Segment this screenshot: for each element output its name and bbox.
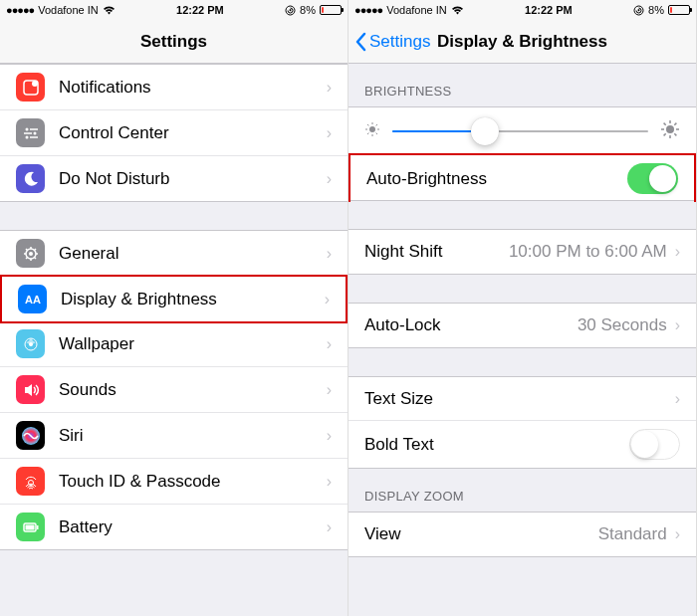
settings-list[interactable]: Notifications›Control Center›Do Not Dist… [0, 64, 348, 616]
auto-lock-row[interactable]: Auto-Lock 30 Seconds › [348, 304, 696, 347]
nav-bar: Settings [0, 20, 348, 64]
settings-row-dnd[interactable]: Do Not Disturb› [0, 156, 348, 201]
battery-pct-label: 8% [300, 4, 316, 16]
rotation-lock-icon [633, 5, 644, 16]
chevron-right-icon: › [327, 335, 332, 353]
settings-row-sounds[interactable]: Sounds› [0, 367, 348, 413]
bold-text-row[interactable]: Bold Text [348, 421, 696, 468]
chevron-right-icon: › [327, 170, 332, 188]
settings-row-display[interactable]: AADisplay & Brightness› [0, 275, 348, 323]
back-button[interactable]: Settings [348, 32, 430, 52]
row-label: Wallpaper [59, 334, 327, 354]
brightness-slider[interactable] [392, 130, 648, 132]
view-label: View [364, 524, 598, 544]
display-brightness-screen: ●●●●● Vodafone IN 12:22 PM 8% Settings D… [348, 0, 697, 616]
row-label: Control Center [59, 123, 327, 143]
battery-icon [668, 5, 690, 15]
brightness-slider-row [348, 107, 696, 155]
night-shift-row[interactable]: Night Shift 10:00 PM to 6:00 AM › [348, 230, 696, 274]
nav-title: Settings [0, 32, 348, 52]
settings-row-siri[interactable]: Siri› [0, 413, 348, 459]
wallpaper-icon [16, 329, 45, 358]
control-center-icon [16, 118, 45, 147]
svg-point-11 [29, 252, 33, 256]
row-label: Do Not Disturb [59, 169, 327, 189]
svg-line-45 [674, 133, 676, 135]
row-label: Siri [59, 426, 327, 446]
auto-brightness-toggle[interactable] [627, 163, 678, 194]
chevron-right-icon: › [327, 245, 332, 263]
svg-point-6 [33, 131, 36, 134]
svg-line-35 [367, 124, 368, 125]
svg-line-38 [376, 124, 377, 125]
status-bar: ●●●●● Vodafone IN 12:22 PM 8% [0, 0, 348, 20]
signal-dots-icon: ●●●●● [354, 4, 382, 16]
status-bar: ●●●●● Vodafone IN 12:22 PM 8% [348, 0, 696, 20]
svg-point-30 [369, 126, 375, 132]
svg-rect-26 [25, 524, 34, 529]
chevron-right-icon: › [327, 79, 332, 97]
svg-line-18 [26, 257, 28, 259]
row-label: Display & Brightness [61, 290, 325, 309]
bold-text-label: Bold Text [364, 435, 629, 455]
night-shift-label: Night Shift [364, 242, 509, 262]
display-settings-list[interactable]: BRIGHTNESS Auto-Brightness Night Shift 1… [348, 64, 696, 616]
settings-row-control-center[interactable]: Control Center› [0, 110, 348, 156]
settings-row-touchid[interactable]: Touch ID & Passcode› [0, 459, 348, 505]
svg-line-44 [664, 123, 666, 125]
chevron-right-icon: › [675, 390, 680, 408]
row-label: Notifications [59, 78, 327, 98]
chevron-right-icon: › [675, 243, 680, 261]
row-label: General [59, 244, 327, 264]
svg-point-39 [666, 125, 674, 133]
chevron-right-icon: › [327, 518, 332, 536]
svg-line-46 [664, 133, 666, 135]
settings-screen: ●●●●● Vodafone IN 12:22 PM 8% Settings N… [0, 0, 348, 616]
svg-line-16 [26, 249, 28, 251]
auto-brightness-label: Auto-Brightness [366, 169, 627, 189]
chevron-left-icon [354, 32, 366, 52]
svg-line-36 [376, 133, 377, 134]
text-size-label: Text Size [364, 389, 675, 409]
svg-rect-29 [638, 9, 640, 11]
sun-low-icon [364, 121, 380, 141]
auto-lock-label: Auto-Lock [364, 315, 578, 335]
battery-icon [320, 5, 342, 15]
settings-row-battery[interactable]: Battery› [0, 505, 348, 549]
touchid-icon [16, 467, 45, 496]
settings-row-notifications[interactable]: Notifications› [0, 65, 348, 110]
svg-rect-1 [290, 9, 292, 11]
svg-line-47 [674, 123, 676, 125]
night-shift-detail: 10:00 PM to 6:00 AM [509, 242, 667, 262]
sounds-icon [16, 375, 45, 404]
battery-pct-label: 8% [648, 4, 664, 16]
text-size-row[interactable]: Text Size › [348, 377, 696, 421]
siri-icon [16, 421, 45, 450]
bold-text-toggle[interactable] [629, 429, 680, 460]
battery-icon [16, 513, 45, 541]
back-label: Settings [369, 32, 430, 52]
slider-thumb[interactable] [471, 117, 499, 145]
settings-row-general[interactable]: General› [0, 231, 348, 277]
dnd-icon [16, 164, 45, 193]
brightness-header: BRIGHTNESS [348, 64, 696, 106]
general-icon [16, 239, 45, 268]
chevron-right-icon: › [327, 124, 332, 142]
display-zoom-header: DISPLAY ZOOM [348, 469, 696, 512]
view-row[interactable]: View Standard › [348, 513, 696, 556]
svg-point-4 [25, 127, 28, 130]
sun-high-icon [660, 119, 680, 143]
svg-point-8 [25, 135, 28, 138]
chevron-right-icon: › [675, 316, 680, 334]
rotation-lock-icon [285, 5, 296, 16]
signal-dots-icon: ●●●●● [6, 4, 34, 16]
auto-brightness-row[interactable]: Auto-Brightness [348, 153, 696, 202]
carrier-label: Vodafone IN [386, 4, 447, 16]
chevron-right-icon: › [675, 525, 680, 543]
auto-lock-detail: 30 Seconds [578, 315, 667, 335]
chevron-right-icon: › [325, 291, 330, 308]
row-label: Sounds [59, 380, 327, 400]
svg-point-3 [32, 81, 38, 87]
settings-row-wallpaper[interactable]: Wallpaper› [0, 321, 348, 367]
row-label: Battery [59, 517, 327, 537]
